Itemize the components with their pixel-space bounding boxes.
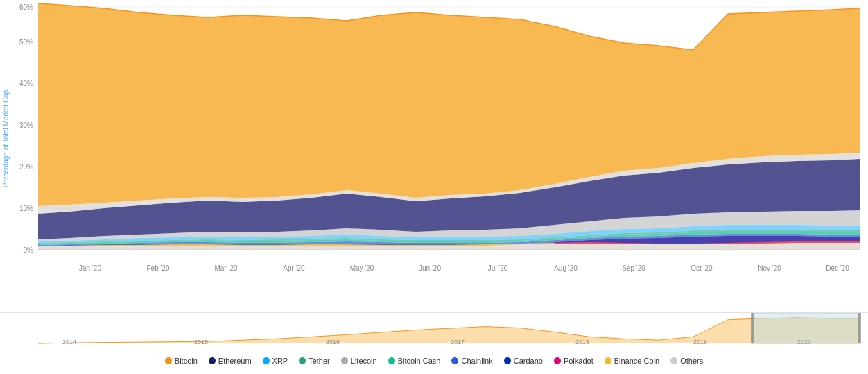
svg-rect-52: [751, 313, 754, 343]
legend: BitcoinEthereumXRPTetherLitecoinBitcoin …: [0, 347, 868, 374]
legend-item-binance-coin: Binance Coin: [605, 357, 659, 365]
svg-text:2017: 2017: [451, 339, 465, 346]
svg-text:2014: 2014: [62, 339, 76, 346]
legend-label: Bitcoin Cash: [398, 357, 441, 365]
svg-text:Jun '20: Jun '20: [419, 264, 441, 272]
svg-text:Jan '20: Jan '20: [79, 264, 101, 272]
svg-text:60%: 60%: [19, 3, 33, 11]
legend-dot: [451, 357, 458, 364]
legend-item-xrp: XRP: [263, 357, 288, 365]
legend-dot: [299, 357, 306, 364]
legend-label: Litecoin: [351, 357, 377, 365]
chart-container: 0% 10% 20% 30% 40% 50% 60% Jan '20 Feb '…: [0, 0, 868, 374]
legend-item-chainlink: Chainlink: [451, 357, 492, 365]
svg-text:Jul '20: Jul '20: [488, 264, 508, 272]
legend-label: Others: [680, 357, 703, 365]
legend-dot: [504, 357, 511, 364]
svg-text:Percentage of Total Market Cap: Percentage of Total Market Cap: [2, 90, 10, 187]
legend-item-litecoin: Litecoin: [341, 357, 377, 365]
legend-label: Binance Coin: [614, 357, 659, 365]
svg-text:Feb '20: Feb '20: [146, 264, 169, 272]
svg-text:Nov '20: Nov '20: [758, 264, 781, 272]
svg-text:0%: 0%: [24, 246, 34, 254]
mini-chart: 2014 2015 2016 2017 2018 2019 2020: [0, 312, 868, 347]
svg-text:30%: 30%: [19, 121, 33, 129]
legend-dot: [341, 357, 348, 364]
legend-item-bitcoin: Bitcoin: [165, 357, 198, 365]
svg-text:Sep '20: Sep '20: [622, 264, 645, 272]
legend-item-cardano: Cardano: [504, 357, 543, 365]
svg-text:Dec '20: Dec '20: [826, 264, 849, 272]
svg-text:Oct '20: Oct '20: [691, 264, 713, 272]
legend-dot: [263, 357, 270, 364]
legend-item-polkadot: Polkadot: [554, 357, 593, 365]
legend-item-others: Others: [670, 357, 703, 365]
svg-text:Apr '20: Apr '20: [283, 264, 305, 272]
svg-text:2016: 2016: [326, 339, 340, 346]
svg-text:2018: 2018: [575, 339, 589, 346]
svg-text:Aug '20: Aug '20: [554, 264, 578, 272]
svg-text:10%: 10%: [19, 205, 33, 212]
legend-item-ethereum: Ethereum: [209, 357, 252, 365]
svg-text:20%: 20%: [19, 163, 33, 171]
legend-label: Ethereum: [218, 357, 252, 365]
legend-dot: [670, 357, 677, 364]
legend-item-bitcoin-cash: Bitcoin Cash: [388, 357, 441, 365]
legend-label: Tether: [309, 357, 330, 365]
svg-text:Mar '20: Mar '20: [214, 264, 237, 272]
legend-dot: [209, 357, 216, 364]
svg-text:50%: 50%: [19, 38, 33, 46]
main-chart: 0% 10% 20% 30% 40% 50% 60% Jan '20 Feb '…: [0, 0, 868, 312]
legend-dot: [165, 357, 172, 364]
legend-label: XRP: [272, 357, 288, 365]
legend-label: Chainlink: [461, 357, 492, 365]
svg-text:2015: 2015: [194, 339, 208, 346]
svg-text:2019: 2019: [693, 339, 707, 346]
svg-text:40%: 40%: [19, 80, 33, 87]
legend-dot: [388, 357, 395, 364]
legend-label: Cardano: [514, 357, 543, 365]
legend-item-tether: Tether: [299, 357, 330, 365]
legend-label: Bitcoin: [175, 357, 198, 365]
svg-text:May '20: May '20: [350, 264, 374, 272]
legend-dot: [554, 357, 561, 364]
svg-rect-53: [858, 313, 861, 343]
svg-rect-51: [752, 313, 860, 343]
legend-label: Polkadot: [564, 357, 593, 365]
legend-dot: [605, 357, 611, 364]
